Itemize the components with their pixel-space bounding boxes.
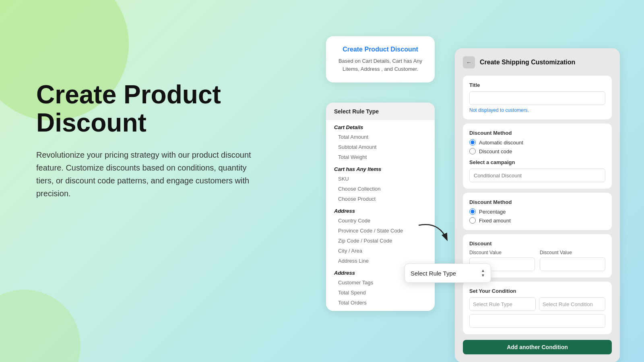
condition-section-label: Set Your Condition — [469, 288, 605, 294]
rule-item-sku[interactable]: SKU — [326, 174, 435, 184]
discount-col-2: Discount Value — [540, 250, 605, 271]
card-rule-header: Select Rule Type — [326, 103, 435, 120]
campaign-input[interactable] — [469, 169, 605, 182]
discount-value-input-2[interactable] — [540, 257, 605, 271]
rule-item-total-spend[interactable]: Total Spend — [326, 288, 435, 298]
not-displayed-note: Not displayed to customers. — [469, 107, 605, 113]
back-button[interactable]: ← — [463, 56, 475, 68]
card-info-title: Create Product Discount — [334, 46, 427, 53]
select-rule-floating[interactable]: Select Rule Type ▲ ▼ — [405, 263, 491, 283]
radio-code-input[interactable] — [469, 148, 476, 154]
discount-section-label: Discount — [469, 241, 605, 247]
section-cart-details: Cart Details — [326, 120, 435, 132]
rule-item-total-orders[interactable]: Total Orders — [326, 298, 435, 308]
title-section: Title Not displayed to customers. — [463, 76, 612, 119]
shipping-title: Create Shipping Customization — [480, 59, 575, 66]
condition-value-input[interactable] — [469, 314, 605, 328]
discount-method-2-label: Discount Method — [469, 199, 605, 205]
panels-area: Create Product Discount Based on Cart De… — [322, 24, 620, 354]
rule-item-choose-product[interactable]: Choose Product — [326, 194, 435, 204]
radio-code-label: Discount code — [479, 148, 512, 154]
radio-automatic[interactable]: Automatic discount — [469, 139, 605, 146]
discount-method-2-section: Discount Method Percentage Fixed amount — [463, 193, 612, 230]
radio-automatic-label: Automatic discount — [479, 140, 523, 146]
rule-item-subtotal-amount[interactable]: Subtotal Amount — [326, 142, 435, 152]
arrow-connector — [415, 217, 455, 251]
radio-fixed-label: Fixed amount — [479, 218, 511, 224]
section-cart-items: Cart has Any Items — [326, 162, 435, 174]
discount-method-1-label: Discount Method — [469, 130, 605, 136]
title-input[interactable] — [469, 91, 605, 105]
condition-section: Set Your Condition Select Rule Type Sele… — [463, 282, 612, 334]
rule-type-select[interactable]: Select Rule Type — [469, 297, 536, 311]
discount-method-2-radio-group: Percentage Fixed amount — [469, 208, 605, 224]
bg-circle-bottom-left — [0, 290, 80, 362]
discount-method-1-radio-group: Automatic discount Discount code — [469, 139, 605, 154]
card-info-description: Based on Cart Details, Cart has Any Lite… — [334, 57, 427, 73]
radio-automatic-input[interactable] — [469, 139, 476, 146]
radio-discount-code[interactable]: Discount code — [469, 148, 605, 154]
card-info: Create Product Discount Based on Cart De… — [326, 36, 435, 82]
radio-fixed-amount[interactable]: Fixed amount — [469, 217, 605, 224]
condition-row: Select Rule Type Select Rule Condition — [469, 297, 605, 311]
rule-item-total-amount[interactable]: Total Amount — [326, 132, 435, 142]
title-label: Title — [469, 82, 605, 88]
select-campaign-label: Select a campaign — [469, 159, 605, 165]
section-address: Address — [326, 204, 435, 216]
radio-fixed-input[interactable] — [469, 217, 476, 224]
left-section: Create Product Discount Revolutionize yo… — [36, 80, 262, 200]
radio-percentage[interactable]: Percentage — [469, 208, 605, 215]
rule-item-total-weight[interactable]: Total Weight — [326, 152, 435, 162]
discount-value-label-1: Discount Value — [469, 250, 535, 255]
radio-percentage-label: Percentage — [479, 209, 506, 215]
add-condition-button[interactable]: Add another Condition — [463, 340, 612, 354]
discount-value-label-2: Discount Value — [540, 250, 605, 255]
main-description: Revolutionize your pricing strategy with… — [36, 148, 262, 200]
main-title: Create Product Discount — [36, 80, 262, 137]
radio-percentage-input[interactable] — [469, 208, 476, 215]
rule-item-choose-collection[interactable]: Choose Collection — [326, 184, 435, 194]
rule-condition-select[interactable]: Select Rule Condition — [539, 297, 605, 311]
select-rule-arrows-icon: ▲ ▼ — [481, 269, 485, 278]
back-icon: ← — [466, 59, 472, 66]
shipping-header: ← Create Shipping Customization — [463, 56, 612, 68]
select-rule-floating-label: Select Rule Type — [411, 270, 456, 277]
card-shipping-customization: ← Create Shipping Customization Title No… — [455, 48, 620, 362]
discount-method-1-section: Discount Method Automatic discount Disco… — [463, 123, 612, 189]
